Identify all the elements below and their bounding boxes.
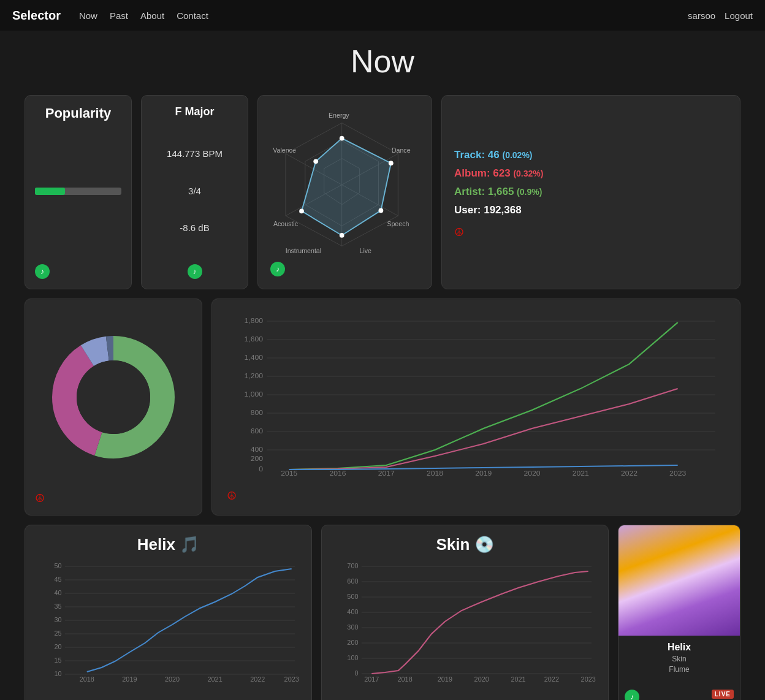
svg-text:2018: 2018 <box>80 676 94 683</box>
svg-text:2023: 2023 <box>581 676 596 683</box>
nav-user: sarsoo <box>688 10 715 21</box>
lastfm-icon: ☮ <box>454 226 728 239</box>
svg-text:0: 0 <box>259 466 263 473</box>
svg-text:1,400: 1,400 <box>245 354 263 361</box>
row2: ☮ 1,800 1,600 1,400 <box>25 299 740 515</box>
donut-card: ☮ <box>25 299 202 515</box>
svg-text:2020: 2020 <box>474 676 489 683</box>
nav-past[interactable]: Past <box>110 10 128 21</box>
bpm-value: 144.773 BPM <box>151 148 238 159</box>
svg-point-15 <box>389 161 394 165</box>
radar-container: Energy Dance Speech Live Instrumental Ac… <box>268 105 422 262</box>
svg-text:Live: Live <box>360 247 372 254</box>
svg-text:1,000: 1,000 <box>245 391 263 398</box>
navbar: Selector Now Past About Contact sarsoo L… <box>0 0 765 31</box>
svg-text:2019: 2019 <box>438 676 452 683</box>
svg-text:30: 30 <box>54 617 61 623</box>
nowplaying-art-inner <box>618 525 740 636</box>
svg-text:2022: 2022 <box>544 676 559 683</box>
svg-text:2023: 2023 <box>669 470 686 477</box>
track-stat: Track: 46 (0.02%) <box>454 149 728 161</box>
svg-text:Speech: Speech <box>387 220 409 227</box>
page-title: Now <box>25 43 740 80</box>
loudness: -8.6 dB <box>151 223 238 233</box>
nav-brand[interactable]: Selector <box>12 9 61 23</box>
linechart-card: 1,800 1,600 1,400 1,200 1,000 800 600 40… <box>211 299 740 515</box>
svg-text:2019: 2019 <box>475 470 492 477</box>
svg-text:200: 200 <box>251 455 263 462</box>
svg-text:100: 100 <box>347 655 358 661</box>
popularity-card: Popularity 35% <box>25 95 132 289</box>
linechart-svg: 1,800 1,600 1,400 1,200 1,000 800 600 40… <box>222 309 730 481</box>
svg-text:1,600: 1,600 <box>245 336 263 343</box>
popularity-title: Popularity <box>35 105 121 121</box>
svg-text:500: 500 <box>347 593 358 600</box>
svg-text:2021: 2021 <box>208 676 223 683</box>
svg-point-18 <box>299 209 304 214</box>
user-stat: User: 192,368 <box>454 204 728 216</box>
svg-text:35: 35 <box>54 603 61 610</box>
nowplaying-track: Helix <box>625 642 734 653</box>
svg-point-14 <box>340 136 344 141</box>
svg-text:1,800: 1,800 <box>245 318 263 324</box>
svg-text:200: 200 <box>347 639 358 646</box>
linechart-area: 1,800 1,600 1,400 1,200 1,000 800 600 40… <box>222 309 730 481</box>
svg-point-19 <box>313 159 318 164</box>
svg-point-17 <box>340 233 344 238</box>
nav-right: sarsoo Logout <box>688 10 753 21</box>
helix-card: Helix 🎵 50 45 40 35 30 25 20 15 <box>25 525 312 700</box>
nowplaying-album: Skin <box>625 655 734 663</box>
svg-text:25: 25 <box>54 630 61 637</box>
svg-text:300: 300 <box>347 624 358 631</box>
radar-card: Energy Dance Speech Live Instrumental Ac… <box>257 95 432 289</box>
svg-text:1,200: 1,200 <box>245 373 263 379</box>
nav-about[interactable]: About <box>140 10 164 21</box>
svg-text:40: 40 <box>54 590 61 596</box>
svg-text:45: 45 <box>54 576 61 583</box>
skin-title: Skin 💿 <box>332 535 598 554</box>
progress-wrap: 35% <box>35 188 121 199</box>
svg-text:600: 600 <box>251 428 263 435</box>
svg-text:700: 700 <box>347 563 358 569</box>
lastfm-icon-donut: ☮ <box>35 492 192 505</box>
svg-text:800: 800 <box>251 409 263 416</box>
svg-text:2017: 2017 <box>378 470 395 477</box>
spotify-icon-nowplaying <box>625 690 639 700</box>
nowplaying-artist: Flume <box>625 665 734 674</box>
svg-text:Instrumental: Instrumental <box>286 247 321 254</box>
svg-text:2016: 2016 <box>329 470 346 477</box>
svg-text:Energy: Energy <box>329 112 349 119</box>
stats-card: Track: 46 (0.02%) Album: 623 (0.32%) Art… <box>441 95 740 289</box>
row1: Popularity 35% F Major 144.773 BPM 3/4 -… <box>25 95 740 289</box>
donut-area <box>35 309 192 485</box>
svg-text:2023: 2023 <box>284 676 299 683</box>
nowplaying-footer: LIVE <box>618 680 740 700</box>
svg-text:2019: 2019 <box>122 676 137 683</box>
album-stat: Album: 623 (0.32%) <box>454 167 728 180</box>
svg-text:2017: 2017 <box>364 676 379 683</box>
main-content: Now Popularity 35% F Major 144.773 BPM 3… <box>0 31 765 700</box>
svg-text:2021: 2021 <box>511 676 525 683</box>
nav-contact[interactable]: Contact <box>177 10 208 21</box>
spotify-icon-key <box>188 264 202 279</box>
svg-text:2020: 2020 <box>165 676 180 683</box>
svg-text:Acoustic: Acoustic <box>273 220 299 227</box>
helix-title: Helix 🎵 <box>35 535 302 554</box>
nav-logout[interactable]: Logout <box>725 10 753 21</box>
nav-now[interactable]: Now <box>79 10 97 21</box>
svg-text:2022: 2022 <box>250 676 265 683</box>
svg-marker-13 <box>302 139 391 235</box>
svg-text:2018: 2018 <box>427 470 443 477</box>
spotify-icon-radar <box>270 262 285 276</box>
svg-text:2015: 2015 <box>281 470 297 477</box>
row3: Helix 🎵 50 45 40 35 30 25 20 15 <box>25 525 740 700</box>
svg-text:600: 600 <box>347 578 358 585</box>
skin-svg: 700 600 500 400 300 200 100 0 2017 2018 … <box>332 560 598 683</box>
nowplaying-card: Helix Skin Flume LIVE <box>618 525 740 700</box>
time-sig: 3/4 <box>151 186 238 196</box>
svg-text:400: 400 <box>251 446 263 453</box>
svg-text:15: 15 <box>54 657 61 664</box>
skin-card: Skin 💿 700 600 500 400 300 200 100 0 201… <box>321 525 609 700</box>
donut-svg <box>43 327 184 468</box>
svg-text:400: 400 <box>347 609 358 615</box>
